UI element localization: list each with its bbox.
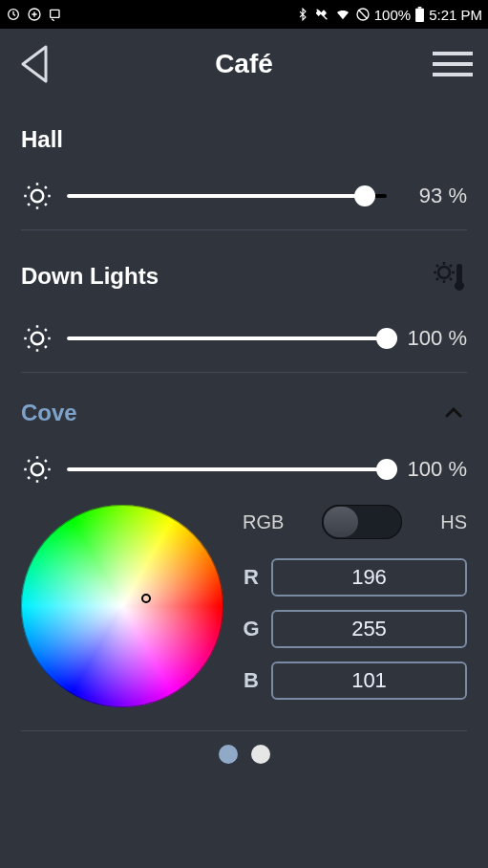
svg-line-37 <box>45 329 47 331</box>
r-field[interactable]: 196 <box>271 558 467 597</box>
page-dot-1[interactable] <box>219 745 238 764</box>
svg-line-28 <box>450 265 452 267</box>
brightness-value: 100 % <box>400 326 467 351</box>
color-wheel-pick[interactable] <box>141 594 151 603</box>
sync-icon <box>6 7 21 22</box>
brightness-row: 100 % <box>21 322 467 355</box>
zone-header[interactable]: Cove <box>21 400 467 426</box>
zone-header[interactable]: Hall <box>21 126 467 153</box>
menu-button[interactable] <box>429 40 477 88</box>
page-dot-2[interactable] <box>251 745 270 764</box>
zone-hall: Hall 93 % <box>21 99 467 230</box>
hamburger-icon <box>433 50 473 78</box>
battery-icon <box>414 7 425 22</box>
svg-point-20 <box>438 267 450 278</box>
svg-rect-8 <box>433 52 473 55</box>
svg-rect-6 <box>415 9 424 22</box>
vibrate-icon <box>313 7 330 22</box>
rgb-row-g: G 255 <box>243 610 467 648</box>
brightness-row: 100 % <box>21 453 467 486</box>
rgb-row-b: B 101 <box>243 662 467 700</box>
color-temp-icon[interactable] <box>429 257 467 295</box>
plus-circle-icon <box>27 7 42 22</box>
brightness-slider[interactable] <box>67 184 387 207</box>
brightness-row: 93 % <box>21 180 467 212</box>
svg-line-43 <box>28 460 30 462</box>
mode-switch[interactable] <box>322 505 402 539</box>
mode-row: RGB HS <box>243 505 467 539</box>
svg-rect-7 <box>418 7 422 9</box>
svg-line-5 <box>358 10 367 18</box>
svg-line-19 <box>45 186 47 188</box>
svg-line-36 <box>28 346 30 348</box>
svg-point-29 <box>32 333 44 345</box>
app-header: Café <box>0 29 488 99</box>
bluetooth-icon <box>296 7 309 22</box>
color-section: RGB HS R 196 G 255 B 101 <box>21 505 467 730</box>
svg-line-16 <box>28 186 30 188</box>
svg-line-26 <box>450 278 452 280</box>
battery-percent: 100% <box>374 7 411 23</box>
color-wheel[interactable] <box>21 505 223 707</box>
status-right: 100% 5:21 PM <box>296 7 482 23</box>
brightness-value: 93 % <box>400 184 467 208</box>
zone-name: Down Lights <box>21 263 159 290</box>
svg-point-11 <box>32 190 44 203</box>
svg-line-34 <box>28 329 30 331</box>
brightness-slider[interactable] <box>67 327 387 350</box>
svg-line-18 <box>28 204 30 206</box>
page-title: Café <box>215 49 273 79</box>
svg-rect-9 <box>433 62 473 66</box>
zone-name: Cove <box>21 400 77 426</box>
clock: 5:21 PM <box>429 7 482 23</box>
zone-name: Hall <box>21 126 63 153</box>
brightness-slider[interactable] <box>67 458 387 481</box>
svg-line-35 <box>45 346 47 348</box>
rgb-row-r: R 196 <box>243 558 467 597</box>
svg-line-44 <box>45 477 47 479</box>
no-network-icon <box>355 7 371 22</box>
brightness-icon <box>21 322 53 355</box>
page-indicator[interactable] <box>21 745 467 764</box>
android-status-bar: 100% 5:21 PM <box>0 0 488 29</box>
content: Hall 93 % Down Lights <box>0 99 488 764</box>
svg-point-38 <box>32 464 44 476</box>
back-button[interactable] <box>11 40 59 88</box>
r-label: R <box>243 565 260 590</box>
card-icon <box>48 7 63 22</box>
rgb-panel: RGB HS R 196 G 255 B 101 <box>243 505 467 707</box>
svg-rect-10 <box>433 73 473 76</box>
g-label: G <box>243 617 260 641</box>
zone-header[interactable]: Down Lights <box>21 257 467 295</box>
svg-line-27 <box>436 278 438 280</box>
svg-line-25 <box>436 265 438 267</box>
svg-line-17 <box>45 204 47 206</box>
divider <box>21 730 467 731</box>
svg-line-45 <box>28 477 30 479</box>
mode-hs-label: HS <box>440 511 467 533</box>
back-triangle-icon <box>17 43 53 85</box>
mode-rgb-label: RGB <box>243 511 284 533</box>
zone-down-lights: Down Lights 100 % <box>21 230 467 373</box>
zone-cove: Cove 100 % RGB <box>21 373 467 731</box>
b-field[interactable]: 101 <box>271 662 467 700</box>
wifi-icon <box>334 7 351 22</box>
brightness-value: 100 % <box>400 457 467 482</box>
brightness-icon <box>21 453 53 486</box>
b-label: B <box>243 668 260 693</box>
brightness-icon <box>21 180 53 212</box>
chevron-up-icon <box>440 400 467 426</box>
status-left <box>6 7 63 22</box>
svg-line-46 <box>45 460 47 462</box>
svg-rect-2 <box>51 10 59 17</box>
g-field[interactable]: 255 <box>271 610 467 648</box>
